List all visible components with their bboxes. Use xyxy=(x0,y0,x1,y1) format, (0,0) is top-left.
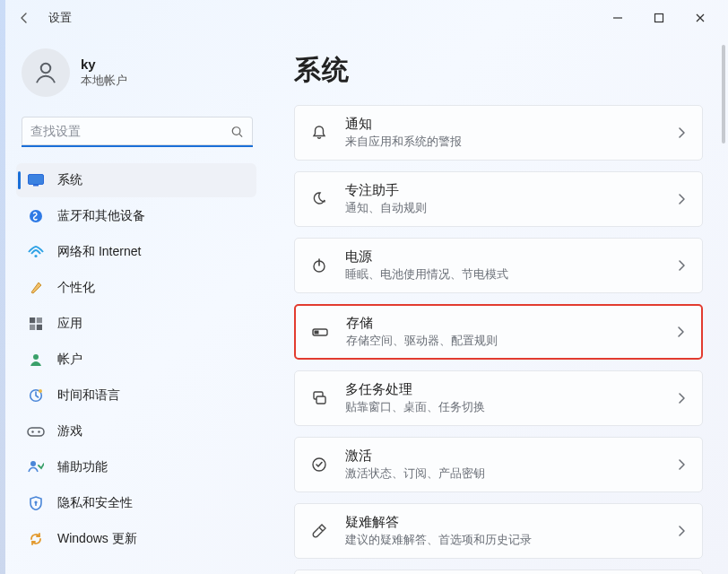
back-button[interactable] xyxy=(11,4,38,31)
sidebar-item-system[interactable]: 系统 xyxy=(16,163,256,197)
search-wrap xyxy=(22,117,253,147)
settings-card-focus-assist[interactable]: 专注助手通知、自动规则 xyxy=(294,171,703,227)
apps-icon xyxy=(27,315,45,333)
focus-assist-icon xyxy=(309,189,329,209)
arrow-left-icon xyxy=(17,11,31,25)
sidebar-item-label: 蓝牙和其他设备 xyxy=(57,208,145,224)
svg-rect-27 xyxy=(316,396,325,404)
window-title: 设置 xyxy=(48,10,72,26)
maximize-icon xyxy=(654,13,664,23)
card-title: 通知 xyxy=(345,116,677,133)
svg-point-3 xyxy=(232,127,240,135)
svg-point-18 xyxy=(38,430,39,432)
svg-rect-11 xyxy=(30,325,35,330)
svg-point-2 xyxy=(41,64,51,74)
card-title: 存储 xyxy=(346,315,676,332)
settings-card-troubleshoot[interactable]: 疑难解答建议的疑难解答、首选项和历史记录 xyxy=(294,503,703,559)
settings-card-multitasking[interactable]: 多任务处理贴靠窗口、桌面、任务切换 xyxy=(294,370,703,426)
activation-icon xyxy=(309,455,329,474)
svg-rect-21 xyxy=(35,503,37,506)
sidebar-item-network[interactable]: 网络和 Internet xyxy=(16,235,256,269)
multitasking-icon xyxy=(309,388,329,408)
card-title: 电源 xyxy=(345,248,677,265)
power-icon xyxy=(309,256,329,275)
sidebar-item-label: 隐私和安全性 xyxy=(57,495,133,511)
svg-rect-1 xyxy=(655,14,663,22)
nav-list: 系统蓝牙和其他设备网络和 Internet个性化应用帐户时间和语言游戏辅助功能隐… xyxy=(16,163,258,556)
minimize-button[interactable] xyxy=(597,4,638,32)
close-button[interactable] xyxy=(680,4,721,32)
search-icon xyxy=(230,126,244,139)
troubleshoot-icon xyxy=(309,521,329,541)
sidebar-item-label: 网络和 Internet xyxy=(57,244,141,260)
titlebar: 设置 xyxy=(0,0,728,36)
chevron-right-icon xyxy=(677,126,686,139)
sidebar-item-accessibility[interactable]: 辅助功能 xyxy=(16,450,256,484)
sidebar-item-label: 系统 xyxy=(57,172,82,188)
privacy-icon xyxy=(27,494,45,512)
profile-block[interactable]: ky 本地帐户 xyxy=(16,41,258,113)
network-icon xyxy=(27,243,45,261)
card-subtitle: 存储空间、驱动器、配置规则 xyxy=(346,334,676,349)
accounts-icon xyxy=(27,351,45,369)
storage-icon xyxy=(310,322,330,342)
chevron-right-icon xyxy=(676,326,685,338)
svg-point-17 xyxy=(31,430,33,432)
card-subtitle: 贴靠窗口、桌面、任务切换 xyxy=(345,400,677,415)
chevron-right-icon xyxy=(677,525,686,537)
minimize-icon xyxy=(612,13,623,23)
sidebar-item-accounts[interactable]: 帐户 xyxy=(16,343,256,377)
windows-update-icon xyxy=(27,530,45,548)
card-subtitle: 睡眠、电池使用情况、节电模式 xyxy=(345,267,677,283)
sidebar-item-gaming[interactable]: 游戏 xyxy=(16,414,256,448)
card-subtitle: 激活状态、订阅、产品密钥 xyxy=(345,466,677,482)
settings-card-storage[interactable]: 存储存储空间、驱动器、配置规则 xyxy=(294,304,703,360)
sidebar-item-label: 帐户 xyxy=(57,352,82,368)
close-icon xyxy=(695,13,706,23)
scrollbar[interactable] xyxy=(722,45,725,569)
sidebar-item-time-language[interactable]: 时间和语言 xyxy=(16,378,256,413)
person-icon xyxy=(32,59,59,86)
sidebar-item-label: 个性化 xyxy=(57,280,95,296)
svg-rect-16 xyxy=(28,428,44,436)
sidebar-item-label: 应用 xyxy=(57,316,82,332)
sidebar: ky 本地帐户 系统蓝牙和其他设备网络和 Internet个性化应用帐户时间和语… xyxy=(0,36,269,574)
settings-card-power[interactable]: 电源睡眠、电池使用情况、节电模式 xyxy=(294,238,703,293)
sidebar-item-windows-update[interactable]: Windows 更新 xyxy=(16,522,256,556)
chevron-right-icon xyxy=(677,193,686,205)
content-area: 系统 通知来自应用和系统的警报专注助手通知、自动规则电源睡眠、电池使用情况、节电… xyxy=(269,36,728,574)
card-title: 专注助手 xyxy=(345,182,677,199)
svg-rect-9 xyxy=(30,317,35,323)
card-subtitle: 通知、自动规则 xyxy=(345,201,677,216)
svg-point-19 xyxy=(30,461,36,466)
maximize-button[interactable] xyxy=(638,4,680,32)
card-subtitle: 来自应用和系统的警报 xyxy=(345,135,677,150)
scrollbar-thumb[interactable] xyxy=(722,45,725,144)
page-title: 系统 xyxy=(294,52,703,89)
settings-card-notifications[interactable]: 通知来自应用和系统的警报 xyxy=(294,105,703,161)
sidebar-item-bluetooth[interactable]: 蓝牙和其他设备 xyxy=(16,199,256,233)
avatar xyxy=(22,48,70,97)
search-input[interactable] xyxy=(22,117,253,147)
svg-point-8 xyxy=(34,255,37,257)
settings-card-activation[interactable]: 激活激活状态、订阅、产品密钥 xyxy=(294,437,703,492)
sidebar-item-label: Windows 更新 xyxy=(57,531,137,547)
svg-line-4 xyxy=(239,134,242,136)
system-icon xyxy=(27,171,45,189)
chevron-right-icon xyxy=(677,259,686,272)
card-title: 激活 xyxy=(345,448,677,465)
settings-card-recovery[interactable]: 恢复 xyxy=(294,570,703,574)
sidebar-item-label: 游戏 xyxy=(57,423,82,439)
svg-rect-25 xyxy=(315,331,319,335)
card-title: 疑难解答 xyxy=(345,514,677,531)
gaming-icon xyxy=(27,422,45,440)
sidebar-item-personalization[interactable]: 个性化 xyxy=(16,271,256,305)
sidebar-item-label: 辅助功能 xyxy=(57,459,108,475)
svg-rect-12 xyxy=(37,325,42,330)
profile-subtitle: 本地帐户 xyxy=(81,74,127,89)
sidebar-item-privacy[interactable]: 隐私和安全性 xyxy=(16,486,256,520)
sidebar-item-apps[interactable]: 应用 xyxy=(16,307,256,341)
card-subtitle: 建议的疑难解答、首选项和历史记录 xyxy=(345,533,677,548)
card-title: 多任务处理 xyxy=(345,381,677,398)
chevron-right-icon xyxy=(677,458,686,471)
